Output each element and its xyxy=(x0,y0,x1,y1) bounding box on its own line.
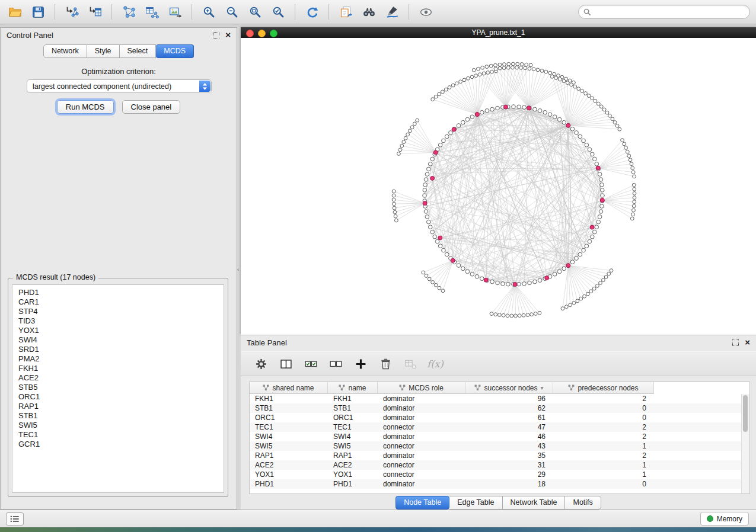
folder-open-icon[interactable] xyxy=(6,3,24,21)
mcds-result-list[interactable]: PHD1CAR1STP4TID3YOX1SWI4SRD1PMA2FKH1ACE2… xyxy=(12,284,224,493)
table-cell: TEC1 xyxy=(328,423,378,431)
tab-edge-table[interactable]: Edge Table xyxy=(449,496,502,509)
table-cell: 1 xyxy=(553,461,654,469)
apply-style-icon[interactable] xyxy=(383,3,401,21)
mcds-result-item[interactable]: SWI4 xyxy=(18,335,224,345)
table-row[interactable]: SWI5SWI5connector431 xyxy=(250,441,749,451)
table-cell: STB1 xyxy=(328,404,378,412)
search-box[interactable] xyxy=(578,5,750,19)
show-hide-icon[interactable] xyxy=(417,3,435,21)
save-icon[interactable] xyxy=(29,3,47,21)
mcds-result-item[interactable]: STP4 xyxy=(18,307,224,316)
mcds-result-item[interactable]: STB5 xyxy=(18,383,224,392)
export-image-icon[interactable] xyxy=(166,3,184,21)
network-window-titlebar: YPA_prune.txt_1 xyxy=(241,27,756,38)
network-graph[interactable] xyxy=(241,38,756,335)
float-panel-icon[interactable] xyxy=(213,32,219,39)
column-header-MCDS-role[interactable]: MCDS role xyxy=(378,382,465,394)
mcds-result-item[interactable]: YOX1 xyxy=(18,326,224,335)
function-icon[interactable]: f(x) xyxy=(428,357,442,371)
mcds-result-item[interactable]: STB1 xyxy=(18,411,224,421)
settings-icon[interactable] xyxy=(254,357,268,371)
column-header-successor-nodes[interactable]: successor nodes▾ xyxy=(465,382,553,394)
tab-select[interactable]: Select xyxy=(120,44,157,58)
table-cell: 35 xyxy=(465,451,553,460)
run-mcds-button[interactable]: Run MCDS xyxy=(57,100,114,114)
mcds-result-item[interactable]: TEC1 xyxy=(18,430,224,440)
mcds-result-item[interactable]: SWI5 xyxy=(18,421,224,430)
tab-network-table[interactable]: Network Table xyxy=(503,496,566,509)
window-close-icon[interactable] xyxy=(246,30,254,37)
float-table-panel-icon[interactable] xyxy=(732,339,739,346)
refresh-layout-icon[interactable] xyxy=(303,3,321,21)
optimization-criterion-label: Optimization criterion: xyxy=(1,67,237,76)
table-panel-title: Table Panel xyxy=(247,338,287,347)
network-from-table-icon[interactable] xyxy=(143,3,161,21)
new-network-icon[interactable] xyxy=(120,3,138,21)
mcds-result-item[interactable]: SRD1 xyxy=(18,345,224,354)
mcds-result-group: MCDS result (17 nodes) PHD1CAR1STP4TID3Y… xyxy=(8,278,228,497)
mcds-result-item[interactable]: CAR1 xyxy=(18,297,224,307)
window-minimize-icon[interactable] xyxy=(258,30,266,37)
table-scrollbar-thumb[interactable] xyxy=(743,395,748,432)
table-cell: 2 xyxy=(553,423,654,431)
window-maximize-icon[interactable] xyxy=(270,30,277,37)
clone-network-icon[interactable] xyxy=(337,3,355,21)
table-row[interactable]: FKH1FKH1dominator962 xyxy=(250,394,749,403)
table-row[interactable]: ORC1ORC1dominator610 xyxy=(250,413,749,422)
table-row[interactable]: TEC1TEC1connector472 xyxy=(250,422,749,432)
table-cell: ORC1 xyxy=(328,414,378,422)
add-icon[interactable] xyxy=(353,357,368,371)
close-table-panel-icon[interactable]: × xyxy=(745,339,750,346)
import-network-file-icon[interactable] xyxy=(63,3,81,21)
function-builder-label: f(x) xyxy=(427,358,443,370)
table-cell: 18 xyxy=(465,480,553,488)
mcds-result-item[interactable]: RAP1 xyxy=(18,402,224,411)
tab-style[interactable]: Style xyxy=(87,44,120,58)
control-panel-title: Control Panel xyxy=(7,31,53,40)
column-header-name[interactable]: name xyxy=(328,382,378,394)
search-input[interactable] xyxy=(594,7,745,17)
close-panel-icon[interactable]: × xyxy=(225,31,231,39)
delete-icon[interactable] xyxy=(378,357,393,371)
tab-mcds[interactable]: MCDS xyxy=(156,44,194,58)
tab-motifs[interactable]: Motifs xyxy=(565,496,601,509)
zoom-selected-icon[interactable] xyxy=(269,3,287,21)
table-body: FKH1FKH1dominator962STB1STB1dominator620… xyxy=(250,394,749,489)
table-row[interactable]: PHD1PHD1dominator180 xyxy=(250,479,749,489)
find-icon[interactable] xyxy=(360,3,378,21)
import-disabled-icon[interactable] xyxy=(403,357,417,371)
table-row[interactable]: ACE2ACE2connector311 xyxy=(250,460,749,470)
mcds-result-item[interactable]: ORC1 xyxy=(18,392,224,402)
table-row[interactable]: YOX1YOX1connector291 xyxy=(250,470,749,479)
close-panel-button[interactable]: Close panel xyxy=(122,100,181,114)
mcds-result-item[interactable]: PMA2 xyxy=(18,354,224,364)
zoom-out-icon[interactable] xyxy=(223,3,241,21)
deselect-all-icon[interactable] xyxy=(328,357,343,371)
mcds-result-item[interactable]: GCR1 xyxy=(18,440,224,449)
select-all-icon[interactable] xyxy=(304,357,318,371)
zoom-in-icon[interactable] xyxy=(200,3,218,21)
table-row[interactable]: RAP1RAP1dominator352 xyxy=(250,451,749,460)
tab-node-table[interactable]: Node Table xyxy=(395,496,449,509)
network-canvas[interactable] xyxy=(241,38,756,335)
mcds-result-item[interactable]: PHD1 xyxy=(18,288,224,297)
memory-button[interactable]: Memory xyxy=(700,512,749,525)
column-header-shared-name[interactable]: shared name xyxy=(250,382,328,394)
show-columns-icon[interactable] xyxy=(279,357,293,371)
table-row[interactable]: SWI4SWI4dominator462 xyxy=(250,432,749,441)
mcds-result-title: MCDS result (17 nodes) xyxy=(13,273,98,281)
mcds-result-item[interactable]: TID3 xyxy=(18,316,224,326)
table-scrollbar[interactable] xyxy=(741,394,749,493)
mcds-result-item[interactable]: FKH1 xyxy=(18,364,224,373)
table-row[interactable]: STB1STB1dominator620 xyxy=(250,403,749,413)
import-table-file-icon[interactable] xyxy=(86,3,104,21)
mcds-result-item[interactable]: ACE2 xyxy=(18,373,224,383)
table-cell: ORC1 xyxy=(250,414,328,422)
column-header-predecessor-nodes[interactable]: predecessor nodes xyxy=(553,382,654,394)
status-menu-button[interactable] xyxy=(6,512,24,525)
optimization-dropdown[interactable]: largest connected component (undirected) xyxy=(27,79,212,93)
zoom-fit-icon[interactable] xyxy=(246,3,264,21)
tab-network[interactable]: Network xyxy=(43,44,87,58)
toolbar-separator xyxy=(295,4,295,20)
